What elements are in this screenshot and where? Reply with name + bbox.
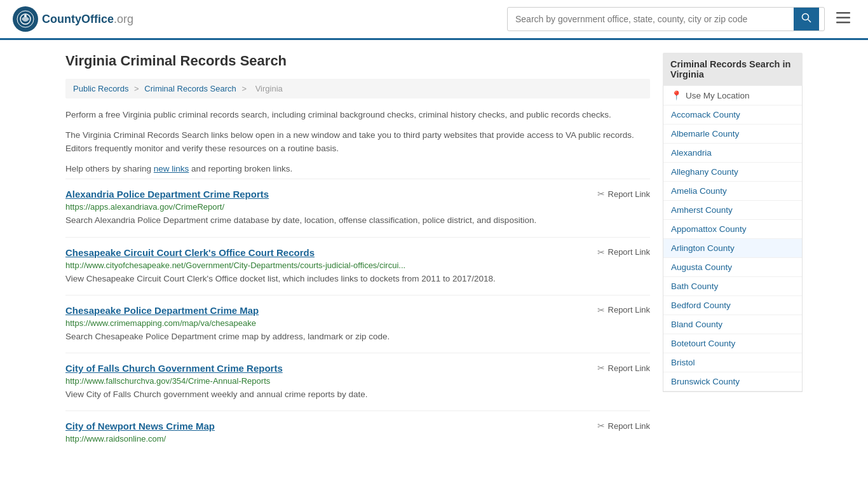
sidebar-link-6[interactable]: Appomattox County [671,224,747,234]
logo-name: CountyOffice [42,13,114,25]
result-header-1: Chesapeake Circuit Court Clerk's Office … [65,247,650,258]
sidebar-link-10[interactable]: Bedford County [671,301,731,310]
result-header-4: City of Newport News Crime Map ✂ Report … [65,421,650,431]
location-icon: 📍 [671,90,682,100]
breadcrumb: Public Records > Criminal Records Search… [65,79,650,98]
report-label-2: Report Link [608,305,650,315]
sidebar-link-3[interactable]: Alleghany County [671,167,738,177]
sidebar-item-albemarle-county[interactable]: Albemarle County [663,125,802,144]
breadcrumb-virginia: Virginia [255,84,283,93]
result-item: Chesapeake Circuit Court Clerk's Office … [65,237,650,295]
sidebar-link-1[interactable]: Albemarle County [671,129,739,139]
sidebar-link-8[interactable]: Augusta County [671,262,732,272]
svg-rect-5 [836,12,850,14]
sidebar-link-13[interactable]: Bristol [671,358,695,367]
result-desc-3: View City of Falls Church government wee… [65,388,650,401]
result-url-1[interactable]: http://www.cityofchesapeake.net/Governme… [65,261,650,270]
report-icon-0: ✂ [597,189,605,199]
result-title-1[interactable]: Chesapeake Circuit Court Clerk's Office … [65,247,315,258]
sidebar-item-alleghany-county[interactable]: Alleghany County [663,163,802,182]
report-link-0[interactable]: ✂ Report Link [597,189,650,199]
result-title-4[interactable]: City of Newport News Crime Map [65,421,215,431]
result-item: Chesapeake Police Department Crime Map ✂… [65,295,650,353]
report-link-4[interactable]: ✂ Report Link [597,421,650,431]
result-item: City of Falls Church Government Crime Re… [65,353,650,410]
svg-point-3 [803,14,809,20]
svg-line-4 [808,20,811,23]
result-header-0: Alexandria Police Department Crime Repor… [65,189,650,200]
sidebar-item-amherst-county[interactable]: Amherst County [663,201,802,220]
sidebar-item-bristol[interactable]: Bristol [663,353,802,372]
svg-rect-7 [836,22,850,24]
sidebar-item-augusta-county[interactable]: Augusta County [663,258,802,277]
sidebar-item-brunswick-county[interactable]: Brunswick County [663,372,802,391]
result-header-2: Chesapeake Police Department Crime Map ✂… [65,305,650,316]
result-url-3[interactable]: http://www.fallschurchva.gov/354/Crime-A… [65,376,650,386]
result-title-0[interactable]: Alexandria Police Department Crime Repor… [65,189,269,200]
result-desc-2: Search Chesapeake Police Department crim… [65,330,650,343]
report-link-3[interactable]: ✂ Report Link [597,363,650,373]
report-icon-3: ✂ [597,363,605,373]
desc3-prefix: Help others by sharing [65,164,154,173]
sidebar-item-alexandria[interactable]: Alexandria [663,144,802,163]
sidebar-item-bath-county[interactable]: Bath County [663,277,802,296]
breadcrumb-public-records[interactable]: Public Records [73,84,128,93]
logo-icon [13,6,38,32]
sidebar-item-amelia-county[interactable]: Amelia County [663,182,802,201]
report-label-0: Report Link [608,189,650,199]
sidebar-link-2[interactable]: Alexandria [671,148,712,158]
result-url-4[interactable]: http://www.raidsonline.com/ [65,434,650,444]
report-icon-2: ✂ [597,305,605,315]
header-right [507,7,855,31]
result-item: City of Newport News Crime Map ✂ Report … [65,410,650,456]
main-container: Virginia Criminal Records Search Public … [53,40,815,468]
sidebar-item-appomattox-county[interactable]: Appomattox County [663,220,802,239]
report-label-1: Report Link [608,247,650,257]
logo-tld: .org [114,13,133,25]
search-input[interactable] [508,9,794,29]
description-3: Help others by sharing new links and rep… [65,162,650,176]
result-title-2[interactable]: Chesapeake Police Department Crime Map [65,305,259,316]
result-title-3[interactable]: City of Falls Church Government Crime Re… [65,363,283,374]
sidebar: Criminal Records Search in Virginia 📍 Us… [663,53,803,456]
search-button[interactable] [794,8,819,30]
sidebar-item-bedford-county[interactable]: Bedford County [663,296,802,315]
report-label-4: Report Link [608,421,650,431]
new-links-link[interactable]: new links [154,164,189,173]
sidebar-link-0[interactable]: Accomack County [671,110,740,119]
search-bar [507,7,825,31]
report-icon-4: ✂ [597,421,605,431]
svg-rect-6 [836,17,850,19]
result-header-3: City of Falls Church Government Crime Re… [65,363,650,374]
sidebar-item-accomack-county[interactable]: Accomack County [663,105,802,125]
logo-text: CountyOffice.org [42,13,133,26]
sidebar-link-12[interactable]: Botetourt County [671,339,735,348]
report-link-1[interactable]: ✂ Report Link [597,247,650,257]
desc3-suffix: and reporting broken links. [189,164,292,173]
menu-button[interactable] [831,8,855,30]
sidebar-list: 📍 Use My Location Accomack CountyAlbemar… [663,86,803,392]
sidebar-items: Accomack CountyAlbemarle CountyAlexandri… [663,105,802,391]
sidebar-link-14[interactable]: Brunswick County [671,377,740,386]
breadcrumb-criminal-records[interactable]: Criminal Records Search [144,84,236,93]
use-my-location[interactable]: 📍 Use My Location [663,86,802,105]
result-desc-0: Search Alexandria Police Department crim… [65,214,650,227]
description-2: The Virginia Criminal Records Search lin… [65,128,650,156]
result-url-0[interactable]: https://apps.alexandriava.gov/CrimeRepor… [65,202,650,212]
sidebar-title: Criminal Records Search in Virginia [663,53,803,86]
sidebar-link-11[interactable]: Bland County [671,320,722,329]
breadcrumb-sep-2: > [241,84,248,93]
report-icon-1: ✂ [597,247,605,257]
sidebar-link-5[interactable]: Amherst County [671,205,733,215]
sidebar-item-bland-county[interactable]: Bland County [663,315,802,334]
description-1: Perform a free Virginia public criminal … [65,108,650,122]
report-link-2[interactable]: ✂ Report Link [597,305,650,315]
sidebar-item-botetourt-county[interactable]: Botetourt County [663,334,802,353]
sidebar-item-arlington-county[interactable]: Arlington County [663,239,802,258]
result-url-2[interactable]: https://www.crimemapping.com/map/va/ches… [65,318,650,328]
sidebar-link-9[interactable]: Bath County [671,281,718,291]
content-area: Virginia Criminal Records Search Public … [65,53,650,456]
sidebar-link-7[interactable]: Arlington County [671,243,735,253]
sidebar-link-4[interactable]: Amelia County [671,186,727,196]
breadcrumb-sep-1: > [134,84,141,93]
